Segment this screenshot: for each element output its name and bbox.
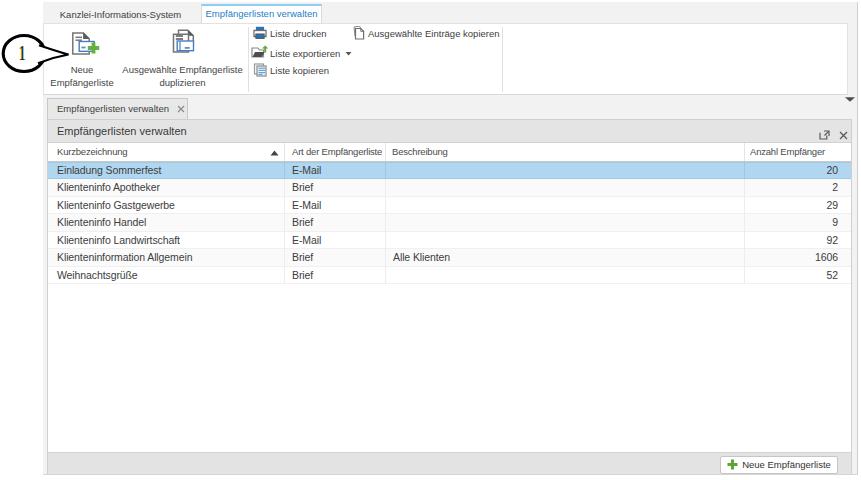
svg-text:1: 1 [19,42,25,65]
